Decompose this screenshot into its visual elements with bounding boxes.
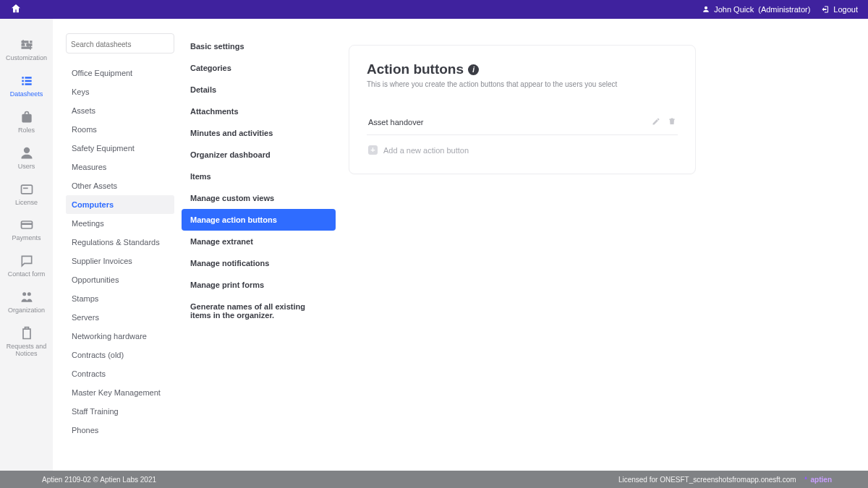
settings-menu-item[interactable]: Attachments <box>182 100 336 122</box>
settings-menu-column: Basic settingsCategoriesDetailsAttachmen… <box>182 33 336 471</box>
plus-icon: + <box>368 145 378 155</box>
rail-requests[interactable]: Requests and Notices <box>0 322 53 365</box>
list-icon <box>20 74 34 88</box>
add-action-button[interactable]: + Add a new action button <box>367 145 678 155</box>
logout-button[interactable]: Logout <box>820 5 858 14</box>
rail-license[interactable]: License <box>0 178 53 214</box>
datasheet-item[interactable]: Stamps <box>66 289 174 308</box>
datasheet-item[interactable]: Assets <box>66 101 174 120</box>
brand-logo: aptien <box>802 476 832 484</box>
datasheet-item[interactable]: Opportunities <box>66 270 174 289</box>
datasheet-item[interactable]: Staff Training <box>66 402 174 421</box>
rail-contact-form[interactable]: Contact form <box>0 249 53 286</box>
user-name: John Quick <box>714 5 754 14</box>
settings-menu-item[interactable]: Organizer dashboard <box>182 144 336 166</box>
svg-rect-0 <box>21 185 32 194</box>
add-action-label: Add a new action button <box>383 146 469 155</box>
edit-icon[interactable] <box>652 117 660 127</box>
org-icon <box>20 290 34 304</box>
datasheet-item[interactable]: Servers <box>66 308 174 327</box>
rail-payments[interactable]: Payments <box>0 213 53 249</box>
datasheet-item[interactable]: Measures <box>66 158 174 176</box>
user-role: (Administrator) <box>758 5 810 14</box>
sliders-icon <box>20 38 34 52</box>
rail-roles[interactable]: Roles <box>0 106 53 142</box>
datasheet-item[interactable]: Other Assets <box>66 176 174 195</box>
datasheet-list-column: Office EquipmentKeysAssetsRoomsSafety Eq… <box>66 33 174 471</box>
datasheet-item[interactable]: Keys <box>66 82 174 101</box>
content-column: Action buttons i This is where you creat… <box>336 33 868 471</box>
datasheet-item[interactable]: Computers <box>66 195 174 214</box>
datasheet-item[interactable]: Contracts (old) <box>66 346 174 364</box>
chat-icon <box>20 254 34 268</box>
user-icon <box>20 146 34 160</box>
datasheet-item[interactable]: Meetings <box>66 214 174 233</box>
svg-rect-3 <box>21 223 32 226</box>
search-input[interactable] <box>71 40 169 48</box>
settings-menu-item[interactable]: Manage notifications <box>182 252 336 274</box>
datasheet-item[interactable]: Phones <box>66 421 174 440</box>
logout-icon <box>820 5 829 14</box>
datasheet-item[interactable]: Master Key Management <box>66 383 174 402</box>
rail-users[interactable]: Users <box>0 142 53 178</box>
left-rail: Customization Datasheets Roles Users Lic… <box>0 19 53 471</box>
delete-icon[interactable] <box>668 117 676 127</box>
settings-menu-item[interactable]: Manage extranet <box>182 231 336 252</box>
footer-right: Licensed for ONESFT_screenshotsfromapp.o… <box>618 476 796 484</box>
settings-menu-item[interactable]: Basic settings <box>182 35 336 57</box>
panel-title: Action buttons <box>367 61 464 77</box>
settings-menu-item[interactable]: Details <box>182 79 336 100</box>
datasheet-item[interactable]: Rooms <box>66 120 174 139</box>
footer: Aptien 2109-02 © Aptien Labs 2021 Licens… <box>0 471 868 488</box>
card-icon <box>20 182 34 197</box>
datasheet-item[interactable]: Contracts <box>66 364 174 383</box>
action-buttons-panel: Action buttons i This is where you creat… <box>349 45 696 174</box>
settings-menu-item[interactable]: Minutes and activities <box>182 122 336 144</box>
settings-menu-item[interactable]: Items <box>182 166 336 187</box>
home-icon[interactable] <box>10 3 22 16</box>
datasheet-item[interactable]: Office Equipment <box>66 64 174 82</box>
action-label: Asset handover <box>368 118 423 127</box>
main-area: Office EquipmentKeysAssetsRoomsSafety Eq… <box>53 19 868 471</box>
panel-description: This is where you create the action butt… <box>367 80 678 88</box>
current-user[interactable]: John Quick (Administrator) <box>702 5 810 14</box>
credit-card-icon <box>20 218 34 232</box>
rail-customization[interactable]: Customization <box>0 33 53 69</box>
badge-icon <box>20 110 34 124</box>
action-row[interactable]: Asset handover <box>367 111 678 135</box>
settings-menu-item[interactable]: Generate names of all existing items in … <box>182 296 336 326</box>
user-icon <box>702 6 710 13</box>
datasheet-scroll[interactable]: Office EquipmentKeysAssetsRoomsSafety Eq… <box>66 64 174 471</box>
settings-menu-item[interactable]: Manage print forms <box>182 274 336 296</box>
footer-left: Aptien 2109-02 © Aptien Labs 2021 <box>42 476 156 484</box>
clipboard-icon <box>20 326 34 341</box>
settings-menu-item[interactable]: Manage custom views <box>182 187 336 209</box>
info-icon[interactable]: i <box>468 64 479 75</box>
settings-menu-item[interactable]: Manage action buttons <box>182 209 336 231</box>
datasheet-item[interactable]: Regulations & Standards <box>66 233 174 252</box>
rail-datasheets[interactable]: Datasheets <box>0 69 53 106</box>
datasheet-item[interactable]: Safety Equipment <box>66 139 174 158</box>
settings-menu-item[interactable]: Categories <box>182 57 336 79</box>
datasheet-item[interactable]: Networking hardware <box>66 327 174 346</box>
rail-organization[interactable]: Organization <box>0 286 53 322</box>
logout-label: Logout <box>833 5 858 14</box>
svg-rect-1 <box>23 187 28 189</box>
datasheet-item[interactable]: Supplier Invoices <box>66 252 174 270</box>
search-box[interactable] <box>66 33 174 53</box>
